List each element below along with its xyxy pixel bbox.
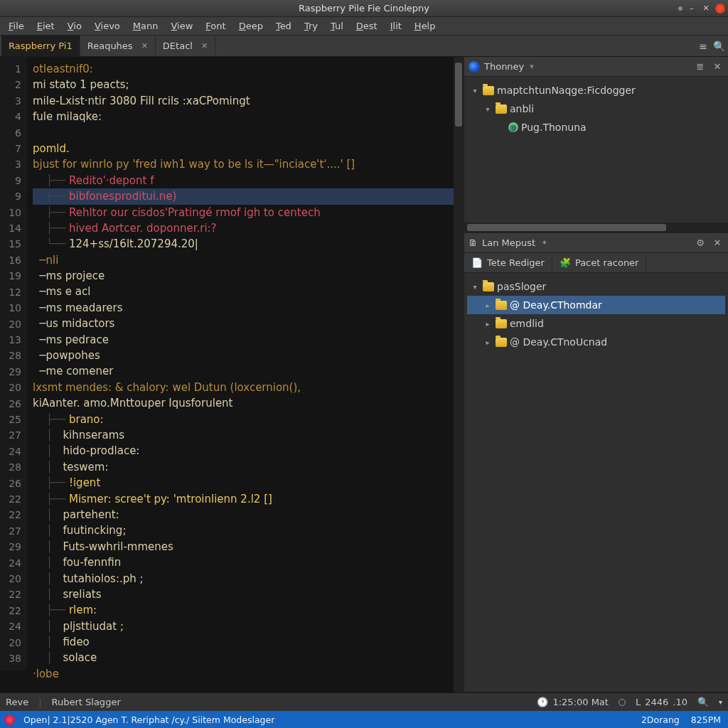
folder-icon (496, 301, 507, 310)
subtab-label: Tete Rediger (487, 257, 545, 268)
pin-icon[interactable]: ✦ (541, 238, 547, 247)
menu-ted[interactable]: Ted (270, 19, 297, 33)
tab-label: Raspberry Pi1 (9, 41, 73, 51)
status-left-2: Rubert Slagger (52, 697, 121, 707)
line-number: 2446 (645, 697, 668, 707)
menu-file[interactable]: File (3, 19, 30, 33)
panel2-gear-icon[interactable]: ⚙ (694, 237, 707, 248)
tree-item[interactable]: ▸emdlid (467, 314, 725, 333)
menu-bar: FileEietVioVievoMannViewFontDeepTedTryTu… (0, 17, 728, 36)
menu-view[interactable]: View (165, 19, 198, 33)
editor-tab-bar: Raspberry Pi1Reaquhes✕DEtacl✕ ≡ 🔍 (0, 36, 728, 57)
tree-label: anbli (510, 103, 534, 114)
panel1-tree[interactable]: ▾maptchtunNaqge:Ficdogger▾anbli@Pug.Thon… (464, 77, 728, 141)
tree-item[interactable]: ▾anbli (467, 100, 725, 118)
menu-tul[interactable]: Tul (325, 19, 349, 33)
subtab-0[interactable]: 📄Tete Rediger (464, 253, 552, 272)
line-label: L (636, 697, 641, 707)
window-title: Raspberry Pile Fie Cinolepny (299, 3, 429, 14)
tree-item[interactable]: ▾pasSloger (467, 277, 725, 296)
subtab-1[interactable]: 🧩Pacet raconer (552, 253, 647, 272)
panel1-menu-icon[interactable]: ≣ (694, 61, 707, 72)
search-icon[interactable]: 🔍 (711, 36, 727, 56)
menu-eiet[interactable]: Eiet (31, 19, 60, 33)
maximize-button[interactable]: ✕ (701, 4, 711, 14)
status-time: 1:25:00 Mat (552, 697, 609, 707)
menu-mann[interactable]: Mann (127, 19, 164, 33)
minimize-button[interactable]: – (687, 4, 697, 14)
subtab-icon: 🧩 (560, 257, 571, 268)
folder-icon (496, 105, 507, 114)
expand-tabs-icon[interactable]: ≡ (695, 36, 711, 56)
raspberry-icon[interactable] (4, 714, 15, 725)
tree-label: emdlid (510, 318, 544, 329)
tab-close-icon[interactable]: ✕ (141, 41, 148, 50)
code-area[interactable]: otleastnif0:mi stato 1 peacts;mile-Lxist… (27, 57, 464, 686)
tree-item[interactable]: ▾maptchtunNaqge:Ficdogger (467, 81, 725, 100)
status-circle-icon (619, 699, 626, 706)
panel2-tree[interactable]: ▾pasSloger▸@ Deay.CThomdar▸emdlid▸@ Deay… (464, 273, 728, 355)
folder-icon (483, 86, 494, 95)
chevron-down-icon[interactable]: ▾ (530, 62, 534, 71)
tab-reaquhes[interactable]: Reaquhes✕ (80, 36, 156, 56)
expand-arrow-icon[interactable]: ▾ (483, 105, 493, 113)
folder-icon (496, 338, 507, 347)
menu-dest[interactable]: Dest (350, 19, 383, 33)
status-divider: | (38, 697, 41, 707)
folder-icon (483, 282, 494, 291)
panel1-header: Thonney ▾ ≣ ✕ (464, 57, 728, 77)
editor-vertical-scrollbar[interactable] (454, 57, 464, 692)
titlebar-dot-icon (678, 6, 682, 11)
expand-arrow-icon[interactable]: ▾ (470, 87, 480, 95)
panel1-close-icon[interactable]: ✕ (711, 61, 724, 72)
status-search-icon[interactable]: 🔍 (697, 697, 709, 707)
panel1-horizontal-scrollbar[interactable] (464, 223, 728, 232)
folder-icon (496, 319, 507, 328)
subtab-label: Pacet raconer (575, 257, 639, 268)
tree-label: pasSloger (497, 281, 546, 292)
chevron-down-icon[interactable]: ▾ (719, 698, 722, 706)
expand-arrow-icon[interactable]: ▸ (483, 301, 493, 309)
menu-help[interactable]: Help (409, 19, 441, 33)
window-titlebar: Raspberry Pile Fie Cinolepny – ✕ (0, 0, 728, 17)
tree-label: maptchtunNaqge:Ficdogger (497, 85, 636, 96)
subtab-icon: 📄 (471, 257, 483, 268)
os-taskbar[interactable]: Open| 2.1|2520 Agen T. Reriphat /cy./ Si… (0, 711, 728, 728)
status-left-1: Reve (6, 697, 28, 707)
column-number: .10 (673, 697, 687, 707)
panel2-title: Lan Mepust (482, 237, 535, 248)
status-bar: Reve | Rubert Slagger 🕐1:25:00 Mat L 244… (0, 692, 728, 711)
expand-arrow-icon[interactable]: ▸ (483, 320, 493, 328)
tree-item[interactable]: ▸@ Deay.CTnoUcnad (467, 333, 725, 351)
line-number-gutter: 1234673991014151619121020132829202625272… (0, 57, 27, 670)
tree-item[interactable]: ▸@ Deay.CThomdar (467, 296, 725, 314)
module-icon: @ (508, 122, 518, 132)
tab-raspberry-pi1[interactable]: Raspberry Pi1 (1, 36, 80, 56)
tree-label: @ Deay.CThomdar (510, 299, 602, 311)
expand-arrow-icon[interactable]: ▸ (483, 338, 493, 346)
menu-vievo[interactable]: Vievo (89, 19, 126, 33)
expand-arrow-icon[interactable]: ▾ (470, 283, 480, 291)
menu-deep[interactable]: Deep (233, 19, 269, 33)
panel1-title: Thonney (484, 61, 524, 72)
taskbar-status-1: 2Dorang (638, 714, 682, 725)
menu-ilit[interactable]: Ilit (385, 19, 407, 33)
tab-label: Reaquhes (87, 41, 133, 51)
menu-try[interactable]: Try (299, 19, 323, 33)
tree-label: @ Deay.CTnoUcnad (510, 336, 607, 348)
tree-label: Pug.Thonuna (521, 122, 587, 133)
tab-close-icon[interactable]: ✕ (201, 41, 208, 50)
panel2-close-icon[interactable]: ✕ (711, 237, 724, 248)
code-editor[interactable]: 1234673991014151619121020132829202625272… (0, 57, 464, 692)
clock-icon: 🕐 (537, 697, 548, 707)
panel2-subtab-bar: 📄Tete Rediger🧩Pacet raconer (464, 253, 728, 273)
tab-detacl[interactable]: DEtacl✕ (156, 36, 215, 56)
menu-font[interactable]: Font (200, 19, 231, 33)
document-icon: 🗎 (469, 237, 478, 248)
thonney-logo-icon (469, 61, 480, 73)
menu-vio[interactable]: Vio (62, 19, 87, 33)
taskbar-path[interactable]: Open| 2.1|2520 Agen T. Reriphat /cy./ Si… (21, 714, 277, 725)
taskbar-clock: 825PM (688, 714, 724, 725)
close-button[interactable] (715, 4, 725, 14)
tree-item[interactable]: @Pug.Thonuna (467, 118, 725, 136)
